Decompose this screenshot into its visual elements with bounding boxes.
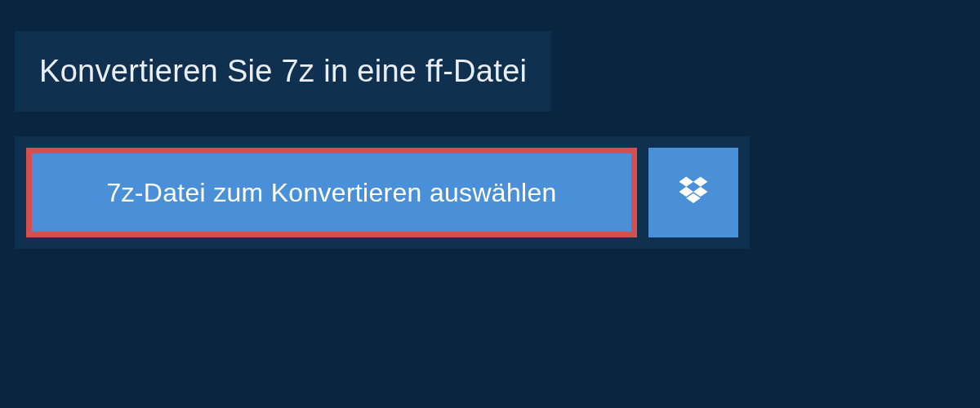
dropbox-button[interactable] [648,148,738,237]
select-file-label: 7z-Datei zum Konvertieren auswählen [106,178,556,208]
dropbox-icon [676,174,710,211]
page-header: Konvertieren Sie 7z in eine ff-Datei [15,31,551,112]
select-file-button[interactable]: 7z-Datei zum Konvertieren auswählen [26,148,637,237]
upload-section: 7z-Datei zum Konvertieren auswählen [15,136,750,249]
page-title: Konvertieren Sie 7z in eine ff-Datei [39,54,527,89]
